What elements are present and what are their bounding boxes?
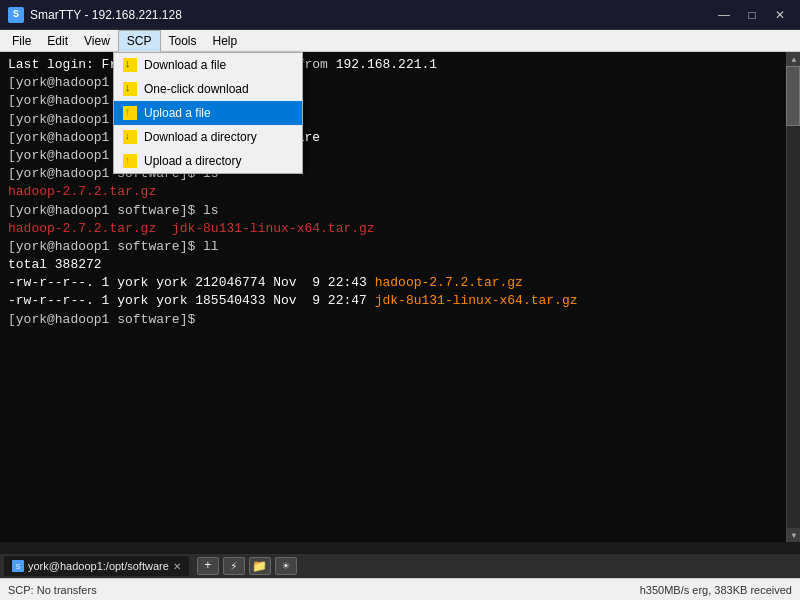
download-file-label: Download a file bbox=[144, 58, 226, 72]
menu-tools[interactable]: Tools bbox=[161, 30, 205, 52]
settings-button[interactable]: ☀ bbox=[275, 557, 297, 575]
tab-bar: S york@hadoop1:/opt/software ✕ + ⚡ 📁 ☀ bbox=[0, 554, 800, 578]
tab-close-0[interactable]: ✕ bbox=[173, 561, 181, 572]
menu-edit[interactable]: Edit bbox=[39, 30, 76, 52]
oneclick-download-label: One-click download bbox=[144, 82, 249, 96]
terminal-line-13: -rw-r--r--. 1 york york 185540433 Nov 9 … bbox=[8, 292, 792, 310]
menu-scp[interactable]: SCP bbox=[118, 30, 161, 52]
oneclick-download-icon bbox=[122, 81, 138, 97]
file-browser-button[interactable]: 📁 bbox=[249, 557, 271, 575]
upload-file-icon bbox=[122, 105, 138, 121]
upload-dir-label: Upload a directory bbox=[144, 154, 241, 168]
quick-connect-button[interactable]: ⚡ bbox=[223, 557, 245, 575]
title-bar: S SmarTTY - 192.168.221.128 — □ ✕ bbox=[0, 0, 800, 30]
minimize-button[interactable]: — bbox=[712, 5, 736, 25]
terminal-line-10: [york@hadoop1 software]$ ll bbox=[8, 238, 792, 256]
new-tab-button[interactable]: + bbox=[197, 557, 219, 575]
tab-icon-0: S bbox=[12, 560, 24, 572]
scp-oneclick-download[interactable]: One-click download bbox=[114, 77, 302, 101]
terminal-line-7: hadoop-2.7.2.tar.gz bbox=[8, 183, 792, 201]
scp-upload-directory[interactable]: Upload a directory bbox=[114, 149, 302, 173]
title-text: SmarTTY - 192.168.221.128 bbox=[30, 8, 182, 22]
scp-dropdown: Download a file One-click download Uploa… bbox=[113, 52, 303, 174]
tab-actions: + ⚡ 📁 ☀ bbox=[197, 557, 297, 575]
download-dir-icon bbox=[122, 129, 138, 145]
tab-label-0: york@hadoop1:/opt/software bbox=[28, 560, 169, 572]
download-dir-label: Download a directory bbox=[144, 130, 257, 144]
upload-file-label: Upload a file bbox=[144, 106, 211, 120]
menu-view[interactable]: View bbox=[76, 30, 118, 52]
scrollbar[interactable]: ▲ ▼ bbox=[786, 52, 800, 542]
app-icon-label: S bbox=[13, 9, 19, 20]
menu-help[interactable]: Help bbox=[205, 30, 246, 52]
upload-dir-icon bbox=[122, 153, 138, 169]
scrollbar-thumb[interactable] bbox=[786, 66, 800, 126]
app-icon: S bbox=[8, 7, 24, 23]
terminal-line-12: -rw-r--r--. 1 york york 212046774 Nov 9 … bbox=[8, 274, 792, 292]
scp-download-file[interactable]: Download a file bbox=[114, 53, 302, 77]
scp-upload-file[interactable]: Upload a file bbox=[114, 101, 302, 125]
maximize-button[interactable]: □ bbox=[740, 5, 764, 25]
title-left: S SmarTTY - 192.168.221.128 bbox=[8, 7, 182, 23]
terminal-line-8: [york@hadoop1 software]$ ls bbox=[8, 202, 792, 220]
scrollbar-arrow-up[interactable]: ▲ bbox=[787, 52, 800, 66]
download-file-icon bbox=[122, 57, 138, 73]
menu-file[interactable]: File bbox=[4, 30, 39, 52]
terminal-line-9: hadoop-2.7.2.tar.gz jdk-8u131-linux-x64.… bbox=[8, 220, 792, 238]
scp-download-directory[interactable]: Download a directory bbox=[114, 125, 302, 149]
terminal-line-11: total 388272 bbox=[8, 256, 792, 274]
terminal-line-14: [york@hadoop1 software]$ bbox=[8, 311, 792, 329]
status-speed: h350MB/s erg, 383KB received bbox=[640, 584, 792, 596]
status-transfers: SCP: No transfers bbox=[8, 584, 97, 596]
status-bar: SCP: No transfers h350MB/s erg, 383KB re… bbox=[0, 578, 800, 600]
close-button[interactable]: ✕ bbox=[768, 5, 792, 25]
scrollbar-arrow-down[interactable]: ▼ bbox=[787, 528, 800, 542]
title-controls: — □ ✕ bbox=[712, 5, 792, 25]
menu-bar: File Edit View SCP Tools Help Download a… bbox=[0, 30, 800, 52]
tab-0[interactable]: S york@hadoop1:/opt/software ✕ bbox=[4, 556, 189, 576]
